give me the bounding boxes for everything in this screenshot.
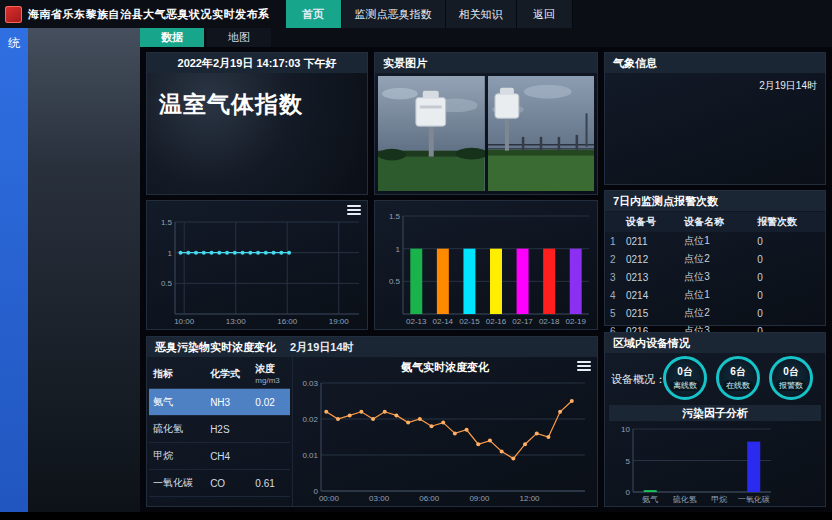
svg-text:硫化氢: 硫化氢 — [673, 495, 697, 504]
chart-menu-icon[interactable] — [577, 361, 591, 371]
weather-panel-title: 气象信息 — [605, 53, 825, 73]
pollutant-panel-head: 恶臭污染物实时浓度变化 2月19日14时 — [147, 337, 597, 357]
alarm-col-header: 报警次数 — [752, 212, 825, 232]
svg-text:0.02: 0.02 — [302, 415, 318, 424]
pollutant-panel: 恶臭污染物实时浓度变化 2月19日14时 指标 化学式 浓度 mg/m3 — [146, 336, 598, 507]
nav-item-返回[interactable]: 返回 — [517, 0, 573, 28]
weather-body: 2月19日14时 — [605, 73, 825, 184]
svg-text:13:00: 13:00 — [226, 317, 247, 326]
svg-text:1: 1 — [168, 249, 173, 258]
pollutant-row-NH3[interactable]: 氨气NH30.02 — [149, 389, 290, 416]
site-photo-1[interactable] — [378, 76, 485, 191]
main-area: 2022年2月19日 14:17:03 下午好 温室气体指数 实景图片 — [140, 47, 832, 512]
pollutant-row-H2S[interactable]: 硫化氢H2S — [149, 416, 290, 443]
nav-item-监测点恶臭指数[interactable]: 监测点恶臭指数 — [342, 0, 446, 28]
top-bar: 海南省乐东黎族自治县大气恶臭状况实时发布系 首页监测点恶臭指数相关知识返回 — [0, 0, 832, 28]
index-trend-panel: 0.511.510:0013:0016:0019:00 — [146, 200, 368, 330]
alarm-table: 设备号设备名称报警次数 10211点位1020212点位2030213点位304… — [605, 212, 825, 340]
svg-text:10:00: 10:00 — [174, 317, 195, 326]
svg-text:0: 0 — [626, 488, 631, 497]
svg-text:16:00: 16:00 — [277, 317, 298, 326]
svg-text:02-17: 02-17 — [512, 317, 533, 326]
svg-text:1: 1 — [396, 245, 401, 254]
svg-text:02-13: 02-13 — [406, 317, 427, 326]
col-concentration: 浓度 mg/m3 — [251, 359, 290, 389]
device-stat-离线数: 0台离线数 — [663, 356, 707, 400]
greeting-panel: 2022年2月19日 14:17:03 下午好 温室气体指数 — [146, 52, 368, 195]
pollutant-row-CO[interactable]: 一氧化碳CO0.61 — [149, 470, 290, 497]
svg-text:1.5: 1.5 — [161, 218, 173, 227]
svg-text:02-18: 02-18 — [539, 317, 560, 326]
pollutant-timestamp: 2月19日14时 — [290, 340, 354, 355]
nh3-concentration-chart[interactable]: 00.010.020.0300:0003:0006:0009:0012:00 — [295, 377, 591, 504]
tab-地图[interactable]: 地图 — [207, 28, 271, 47]
svg-text:氨气: 氨气 — [642, 495, 658, 504]
alarm-col-header: 设备号 — [621, 212, 679, 232]
site-photos-panel: 实景图片 — [374, 52, 598, 195]
svg-text:19:00: 19:00 — [329, 317, 350, 326]
photos-panel-title: 实景图片 — [375, 53, 597, 73]
svg-text:10: 10 — [621, 425, 630, 434]
alarm-panel-title: 7日内监测点报警次数 — [605, 191, 825, 211]
app-title: 海南省乐东黎族自治县大气恶臭状况实时发布系 — [28, 7, 270, 22]
top-nav: 首页监测点恶臭指数相关知识返回 — [286, 0, 573, 28]
svg-text:02-19: 02-19 — [565, 317, 586, 326]
site-photo-2-image — [488, 76, 595, 191]
col-formula: 化学式 — [206, 359, 251, 389]
device-body: 设备概况： 0台离线数6台在线数0台报警数 污染因子分析 0510氨气硫化氢甲烷… — [605, 353, 825, 506]
sidebar-label: 统 — [8, 36, 20, 50]
svg-text:06:00: 06:00 — [419, 494, 440, 503]
app-logo-icon — [5, 6, 22, 23]
pollutant-chart-area: 氨气实时浓度变化 00.010.020.0300:0003:0006:0009:… — [293, 357, 597, 506]
pollution-factor-chart[interactable]: 0510氨气硫化氢甲烷一氧化碳 — [607, 423, 823, 505]
alarm-row: 10211点位10 — [605, 232, 825, 250]
alarm-col-header: 设备名称 — [679, 212, 752, 232]
svg-text:甲烷: 甲烷 — [711, 495, 727, 504]
col-indicator: 指标 — [149, 359, 206, 389]
device-overview-label: 设备概况： — [611, 372, 666, 387]
svg-text:0.01: 0.01 — [302, 451, 318, 460]
nav-item-首页[interactable]: 首页 — [286, 0, 342, 28]
svg-text:02-15: 02-15 — [459, 317, 480, 326]
device-status-panel: 区域内设备情况 设备概况： 0台离线数6台在线数0台报警数 污染因子分析 051… — [604, 332, 826, 507]
bottom-strip — [0, 512, 832, 520]
tab-数据[interactable]: 数据 — [140, 28, 204, 47]
photos-body — [375, 73, 597, 194]
pollutant-table-wrap: 指标 化学式 浓度 mg/m3 氨气NH30.02硫化氢H2S甲烷CH4一氧化碳… — [147, 357, 293, 506]
svg-text:00:00: 00:00 — [319, 494, 340, 503]
device-stat-在线数: 6台在线数 — [716, 356, 760, 400]
analysis-title: 污染因子分析 — [609, 405, 821, 421]
nav-item-相关知识[interactable]: 相关知识 — [446, 0, 517, 28]
pollutant-chart-title: 氨气实时浓度变化 — [293, 360, 597, 375]
site-photo-2[interactable] — [488, 76, 595, 191]
chart-menu-icon[interactable] — [347, 205, 361, 215]
svg-text:0.03: 0.03 — [302, 379, 318, 388]
page-title: 温室气体指数 — [147, 73, 367, 136]
svg-text:一氧化碳: 一氧化碳 — [738, 495, 770, 504]
alarm-row: 30213点位30 — [605, 268, 825, 286]
daily-index-chart[interactable]: 0.511.502-1302-1402-1502-1602-1702-1802-… — [377, 210, 595, 327]
left-sidebar[interactable]: 统 — [0, 28, 28, 512]
svg-text:12:00: 12:00 — [520, 494, 541, 503]
pollutant-panel-title: 恶臭污染物实时浓度变化 — [155, 340, 276, 355]
alarm-row: 50215点位20 — [605, 304, 825, 322]
svg-text:03:00: 03:00 — [369, 494, 390, 503]
daily-index-panel: 0.511.502-1302-1402-1502-1602-1702-1802-… — [374, 200, 598, 330]
index-trend-chart[interactable]: 0.511.510:0013:0016:0019:00 — [149, 216, 365, 327]
svg-text:0.5: 0.5 — [389, 277, 401, 286]
svg-text:0.5: 0.5 — [161, 279, 173, 288]
alarm-table-header: 设备号设备名称报警次数 — [605, 212, 825, 232]
weather-panel: 气象信息 2月19日14时 — [604, 52, 826, 185]
pollutant-row-CH4[interactable]: 甲烷CH4 — [149, 443, 290, 470]
greeting-body: 温室气体指数 — [147, 73, 367, 194]
greeting-datetime: 2022年2月19日 14:17:03 下午好 — [147, 53, 367, 73]
alarm-count-panel: 7日内监测点报警次数 设备号设备名称报警次数 10211点位1020212点位2… — [604, 190, 826, 326]
site-photo-1-image — [378, 76, 485, 191]
left-subpanel — [28, 28, 140, 512]
pollutant-table: 指标 化学式 浓度 mg/m3 氨气NH30.02硫化氢H2S甲烷CH4一氧化碳… — [149, 359, 290, 497]
dashboard-screen: 海南省乐东黎族自治县大气恶臭状况实时发布系 首页监测点恶臭指数相关知识返回 统 … — [0, 0, 832, 520]
alarm-row: 40214点位10 — [605, 286, 825, 304]
device-panel-title: 区域内设备情况 — [605, 333, 825, 353]
svg-text:09:00: 09:00 — [469, 494, 490, 503]
svg-text:5: 5 — [626, 457, 631, 466]
